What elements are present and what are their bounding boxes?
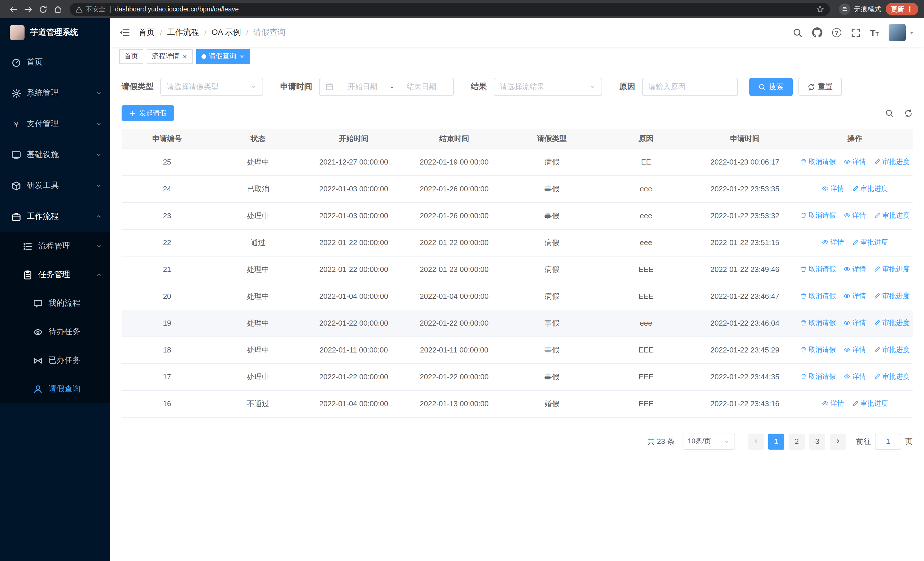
table-row[interactable]: 16 不通过 2022-01-04 00:00:00 2022-01-13 00… <box>122 390 913 417</box>
sidebar-item-my-processes[interactable]: 我的流程 <box>0 289 110 317</box>
sidebar-item-system-management[interactable]: 系统管理 <box>0 78 110 108</box>
approval-progress-link[interactable]: 审批进度 <box>874 372 910 382</box>
help-icon[interactable]: ? <box>832 28 841 37</box>
approval-progress-link[interactable]: 审批进度 <box>852 184 888 194</box>
table-row[interactable]: 17 处理中 2022-01-22 00:00:00 2022-01-22 00… <box>122 363 913 390</box>
toggle-search-icon[interactable] <box>885 109 894 117</box>
cell-actions: 详情 审批进度 <box>797 175 913 202</box>
detail-link[interactable]: 详情 <box>844 345 866 355</box>
tab-leave-query[interactable]: 请假查询 <box>196 49 250 64</box>
user-menu[interactable] <box>889 24 915 41</box>
next-page-button[interactable] <box>830 433 846 449</box>
browser-update-button[interactable]: 更新 ⋮ <box>886 3 918 15</box>
url-text[interactable]: dashboard.yudao.iocoder.cn/bpm/oa/leave <box>115 6 816 12</box>
table-row[interactable]: 24 已取消 2022-01-03 00:00:00 2022-01-26 00… <box>122 175 913 202</box>
start-date-placeholder[interactable]: 开始日期 <box>337 82 388 92</box>
cancel-leave-link[interactable]: 取消请假 <box>800 291 836 301</box>
close-icon[interactable] <box>182 53 188 59</box>
back-icon[interactable] <box>6 2 21 17</box>
sidebar-item-workflow[interactable]: 工作流程 <box>0 201 110 232</box>
chevron-down-icon <box>95 151 102 158</box>
approval-progress-link[interactable]: 审批进度 <box>874 157 910 167</box>
table-row[interactable]: 19 处理中 2022-01-22 00:00:00 2022-01-22 00… <box>122 310 913 337</box>
not-secure-chip[interactable]: 不安全 <box>75 5 105 14</box>
page-size-select[interactable]: 10条/页 <box>682 433 735 449</box>
tab-process-detail[interactable]: 流程详情 <box>147 49 193 64</box>
forward-icon[interactable] <box>21 2 35 17</box>
table-row[interactable]: 20 处理中 2022-01-04 00:00:00 2022-01-04 00… <box>122 283 913 310</box>
reload-icon[interactable] <box>35 2 50 17</box>
app-logo[interactable]: 芋道管理系统 <box>0 18 110 47</box>
refresh-table-icon[interactable] <box>904 109 913 117</box>
goto-label: 前往 <box>856 436 871 447</box>
create-leave-button[interactable]: 发起请假 <box>122 105 174 121</box>
cancel-leave-link[interactable]: 取消请假 <box>800 265 836 274</box>
table-row[interactable]: 25 处理中 2021-12-27 00:00:00 2022-01-19 00… <box>122 149 913 175</box>
cancel-leave-link[interactable]: 取消请假 <box>800 372 836 382</box>
sidebar-item-dev-tools[interactable]: 研发工具 <box>0 170 110 201</box>
cancel-leave-link[interactable]: 取消请假 <box>800 211 836 221</box>
sidebar-item-infrastructure[interactable]: 基础设施 <box>0 139 110 170</box>
end-date-placeholder[interactable]: 结束日期 <box>396 82 447 92</box>
approval-progress-link[interactable]: 审批进度 <box>874 265 910 274</box>
sidebar-item-process-management[interactable]: 流程管理 <box>0 232 110 260</box>
detail-link[interactable]: 详情 <box>844 318 866 328</box>
breadcrumb-home[interactable]: 首页 <box>139 27 154 38</box>
fullscreen-icon[interactable] <box>850 28 860 38</box>
sidebar-item-todo-tasks[interactable]: 待办任务 <box>0 317 110 346</box>
detail-link[interactable]: 详情 <box>844 291 866 301</box>
leave-type-select[interactable]: 请选择请假类型 <box>160 78 263 96</box>
sidebar-item-home[interactable]: 首页 <box>0 47 110 78</box>
menu-dots-icon[interactable]: ⋮ <box>906 5 913 13</box>
reset-button[interactable]: 重置 <box>798 78 842 96</box>
page-button-3[interactable]: 3 <box>809 433 825 449</box>
font-size-icon[interactable]: TT <box>870 28 879 37</box>
sidebar-menu: 首页 系统管理 ¥ 支付管理 基础设施 <box>0 47 110 403</box>
header-search-icon[interactable] <box>792 28 802 38</box>
approval-progress-link[interactable]: 审批进度 <box>874 345 910 355</box>
page-button-1[interactable]: 1 <box>768 433 784 449</box>
page-button-2[interactable]: 2 <box>789 433 805 449</box>
approval-progress-link[interactable]: 审批进度 <box>874 211 910 221</box>
home-icon[interactable] <box>50 2 65 17</box>
detail-link[interactable]: 详情 <box>822 238 844 247</box>
cancel-leave-link[interactable]: 取消请假 <box>800 318 836 328</box>
sidebar-item-payment-management[interactable]: ¥ 支付管理 <box>0 108 110 139</box>
approval-progress-link[interactable]: 审批进度 <box>874 318 910 328</box>
approval-progress-link[interactable]: 审批进度 <box>852 399 888 409</box>
detail-link[interactable]: 详情 <box>844 157 866 167</box>
cell-apply-time: 2022-01-22 23:51:15 <box>693 229 797 256</box>
approval-progress-link[interactable]: 审批进度 <box>874 291 910 301</box>
sidebar-item-task-management[interactable]: 任务管理 <box>0 260 110 289</box>
table-row[interactable]: 23 处理中 2022-01-03 00:00:00 2022-01-26 00… <box>122 202 913 229</box>
detail-link[interactable]: 详情 <box>822 184 844 194</box>
breadcrumb-oa-example[interactable]: OA 示例 <box>212 27 241 38</box>
goto-page-input[interactable] <box>875 433 901 449</box>
search-button[interactable]: 搜索 <box>749 78 793 96</box>
avatar[interactable] <box>889 24 906 41</box>
result-select[interactable]: 请选择流结果 <box>494 78 602 96</box>
breadcrumb-workflow[interactable]: 工作流程 <box>167 27 199 38</box>
detail-link[interactable]: 详情 <box>822 399 844 409</box>
github-icon[interactable] <box>812 27 822 38</box>
prev-page-button[interactable] <box>748 433 764 449</box>
address-bar[interactable]: 不安全 dashboard.yudao.iocoder.cn/bpm/oa/le… <box>70 3 830 16</box>
chevron-down-icon <box>95 120 102 127</box>
tab-home[interactable]: 首页 <box>119 49 143 64</box>
close-icon[interactable] <box>239 53 245 59</box>
cancel-leave-link[interactable]: 取消请假 <box>800 345 836 355</box>
detail-link[interactable]: 详情 <box>844 211 866 221</box>
detail-link[interactable]: 详情 <box>844 265 866 274</box>
sidebar-fold-icon[interactable] <box>119 28 129 37</box>
sidebar-item-leave-query[interactable]: 请假查询 <box>0 375 110 403</box>
table-row[interactable]: 22 通过 2022-01-22 00:00:00 2022-01-22 00:… <box>122 229 913 256</box>
approval-progress-link[interactable]: 审批进度 <box>852 238 888 247</box>
table-row[interactable]: 18 处理中 2022-01-11 00:00:00 2022-01-11 00… <box>122 337 913 363</box>
cancel-leave-link[interactable]: 取消请假 <box>800 157 836 167</box>
table-row[interactable]: 21 处理中 2022-01-22 00:00:00 2022-01-23 00… <box>122 256 913 283</box>
apply-time-range-picker[interactable]: 开始日期 - 结束日期 <box>319 78 454 96</box>
bookmark-star-icon[interactable] <box>816 5 824 13</box>
detail-link[interactable]: 详情 <box>844 372 866 382</box>
sidebar-item-done-tasks[interactable]: 已办任务 <box>0 346 110 375</box>
reason-input[interactable]: 请输入原因 <box>642 78 738 96</box>
